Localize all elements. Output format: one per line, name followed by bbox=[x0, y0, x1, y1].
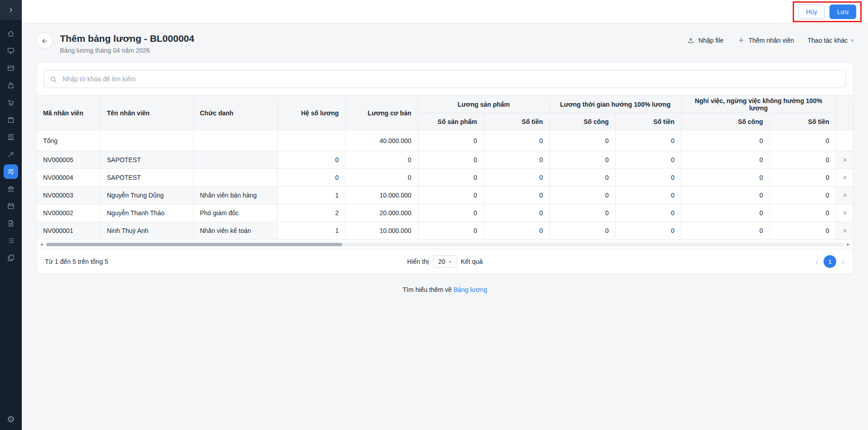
scrollbar-track[interactable] bbox=[45, 242, 844, 247]
total-row: Tổng 40.000.000 0 0 0 0 0 0 bbox=[37, 130, 853, 151]
cell-product-qty[interactable]: 0 bbox=[418, 222, 484, 240]
cell-leave-money[interactable]: 0 bbox=[770, 204, 836, 222]
sidebar-item-payment[interactable] bbox=[4, 61, 18, 75]
sidebar-item-orders[interactable] bbox=[4, 78, 18, 93]
settings-button[interactable]: ⚙ bbox=[7, 415, 15, 424]
table-row: NV000003 Nguyễn Trung Dũng Nhân viên bán… bbox=[37, 187, 853, 204]
cell-base-salary[interactable]: 20.000.000 bbox=[345, 204, 418, 222]
next-page-button[interactable]: › bbox=[842, 257, 845, 266]
products-icon bbox=[7, 116, 15, 124]
cell-employee-name: Nguyễn Thanh Thảo bbox=[100, 204, 193, 222]
cancel-button[interactable]: Hủy bbox=[798, 5, 825, 19]
cell-product-qty[interactable]: 0 bbox=[418, 187, 484, 204]
cell-employee-code: NV000002 bbox=[37, 204, 100, 222]
sidebar-item-calendar[interactable] bbox=[4, 199, 18, 213]
page-subtitle: Bảng lương tháng 04 năm 2026 bbox=[60, 47, 194, 54]
col-leave-money: Số tiền bbox=[770, 113, 836, 130]
sidebar-item-home[interactable] bbox=[4, 26, 18, 41]
search-input[interactable] bbox=[44, 70, 846, 88]
cell-leave-workdays[interactable]: 0 bbox=[681, 151, 770, 169]
show-label: Hiển thị bbox=[407, 258, 428, 265]
cell-leave-workdays[interactable]: 0 bbox=[681, 187, 770, 204]
sidebar-item-products[interactable] bbox=[4, 113, 18, 127]
row-remove-button[interactable]: ✕ bbox=[836, 187, 853, 204]
cell-salary-coefficient[interactable]: 0 bbox=[277, 169, 345, 187]
cell-product-qty[interactable]: 0 bbox=[418, 169, 484, 187]
cell-time-workdays[interactable]: 0 bbox=[549, 169, 615, 187]
scrollbar-thumb[interactable] bbox=[46, 243, 342, 246]
sidebar-item-document[interactable] bbox=[4, 216, 18, 231]
cell-total-coefficient bbox=[277, 130, 345, 151]
col-group-product-salary: Lương sản phẩm bbox=[418, 96, 549, 113]
cell-salary-coefficient[interactable]: 1 bbox=[277, 222, 345, 240]
cell-base-salary[interactable]: 0 bbox=[345, 169, 418, 187]
current-page-button[interactable]: 1 bbox=[824, 255, 836, 268]
sidebar-item-pos[interactable] bbox=[4, 44, 18, 58]
prev-page-button[interactable]: ‹ bbox=[815, 257, 819, 266]
cell-employee-name: SAPOTEST bbox=[100, 151, 193, 169]
chevron-down-icon: ▾ bbox=[851, 38, 853, 43]
cell-product-qty[interactable]: 0 bbox=[418, 151, 484, 169]
cell-leave-money[interactable]: 0 bbox=[770, 222, 836, 240]
sidebar-item-cart[interactable] bbox=[4, 95, 18, 110]
row-remove-button[interactable]: ✕ bbox=[836, 151, 853, 169]
sidebar-item-list[interactable] bbox=[4, 233, 18, 248]
cell-time-workdays[interactable]: 0 bbox=[549, 187, 615, 204]
add-employee-button[interactable]: Thêm nhân viên bbox=[737, 36, 794, 44]
table-row: NV000004 SAPOTEST 0 0 0 0 0 0 0 0 ✕ bbox=[37, 169, 853, 187]
cell-total-time-money: 0 bbox=[615, 130, 681, 151]
cell-time-money[interactable]: 0 bbox=[615, 169, 681, 187]
col-actions bbox=[836, 96, 853, 130]
cell-leave-money[interactable]: 0 bbox=[770, 187, 836, 204]
cell-leave-workdays[interactable]: 0 bbox=[681, 169, 770, 187]
sidebar-item-report[interactable] bbox=[4, 251, 18, 265]
cell-salary-coefficient[interactable]: 1 bbox=[277, 187, 345, 204]
scroll-right-arrow[interactable]: ▸ bbox=[847, 242, 849, 247]
cell-time-workdays[interactable]: 0 bbox=[549, 204, 615, 222]
cell-employee-code: NV000005 bbox=[37, 151, 100, 169]
payroll-help-link[interactable]: Bảng lương bbox=[454, 286, 487, 293]
sidebar-item-hr[interactable] bbox=[4, 164, 18, 179]
cell-salary-coefficient[interactable]: 2 bbox=[277, 204, 345, 222]
cell-product-money[interactable]: 0 bbox=[484, 169, 549, 187]
cell-time-money[interactable]: 0 bbox=[615, 187, 681, 204]
col-group-time-salary: Lương thời gian hưởng 100% lương bbox=[549, 96, 681, 113]
back-button[interactable] bbox=[36, 33, 53, 49]
cell-base-salary[interactable]: 0 bbox=[345, 151, 418, 169]
page-header: Thêm bảng lương - BL000004 Bảng lương th… bbox=[22, 24, 868, 54]
row-remove-button[interactable]: ✕ bbox=[836, 169, 853, 187]
cell-product-money[interactable]: 0 bbox=[484, 204, 549, 222]
sidebar-item-tools[interactable] bbox=[4, 147, 18, 162]
cell-leave-workdays[interactable]: 0 bbox=[681, 222, 770, 240]
row-remove-button[interactable]: ✕ bbox=[836, 204, 853, 222]
cell-time-money[interactable]: 0 bbox=[615, 204, 681, 222]
import-file-label: Nhập file bbox=[698, 37, 723, 44]
cell-product-qty[interactable]: 0 bbox=[418, 204, 484, 222]
sidebar-item-finance[interactable] bbox=[4, 182, 18, 196]
app-root: ⚙ Hủy Lưu Thêm bảng lương - BL000004 Bản… bbox=[0, 0, 868, 430]
per-page-select[interactable]: 20 ▾ bbox=[433, 255, 456, 268]
cell-time-money[interactable]: 0 bbox=[615, 222, 681, 240]
col-leave-workdays: Số công bbox=[681, 113, 770, 130]
cell-time-money[interactable]: 0 bbox=[615, 151, 681, 169]
row-remove-button[interactable]: ✕ bbox=[836, 222, 853, 240]
scroll-left-arrow[interactable]: ◂ bbox=[40, 242, 43, 247]
cell-base-salary[interactable]: 10.000.000 bbox=[345, 187, 418, 204]
cell-salary-coefficient[interactable]: 0 bbox=[277, 151, 345, 169]
cell-leave-money[interactable]: 0 bbox=[770, 169, 836, 187]
sidebar-toggle[interactable] bbox=[0, 0, 22, 20]
col-job-title: Chức danh bbox=[193, 96, 277, 130]
cell-time-workdays[interactable]: 0 bbox=[549, 151, 615, 169]
cell-base-salary[interactable]: 10.000.000 bbox=[345, 222, 418, 240]
save-button[interactable]: Lưu bbox=[829, 5, 856, 19]
cell-job-title bbox=[193, 169, 277, 187]
cell-leave-money[interactable]: 0 bbox=[770, 151, 836, 169]
cell-product-money[interactable]: 0 bbox=[484, 151, 549, 169]
import-file-button[interactable]: Nhập file bbox=[687, 36, 723, 44]
more-actions-button[interactable]: Thao tác khác ▾ bbox=[808, 37, 853, 44]
cell-product-money[interactable]: 0 bbox=[484, 222, 549, 240]
sidebar-item-inventory[interactable] bbox=[4, 130, 18, 144]
cell-time-workdays[interactable]: 0 bbox=[549, 222, 615, 240]
cell-leave-workdays[interactable]: 0 bbox=[681, 204, 770, 222]
cell-product-money[interactable]: 0 bbox=[484, 187, 549, 204]
